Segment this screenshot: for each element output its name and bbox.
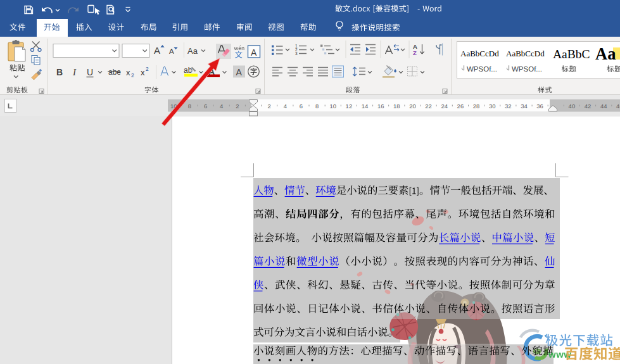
svg-text:30: 30 [489,103,496,110]
svg-text:A: A [154,45,160,56]
svg-text:2: 2 [267,103,270,110]
svg-text:2: 2 [131,72,134,78]
svg-text:46: 46 [616,103,620,110]
svg-text:WPSOf...: WPSOf... [467,65,497,73]
svg-text:28: 28 [473,103,480,110]
svg-text:A: A [169,47,174,55]
svg-text:WPSOf...: WPSOf... [512,65,542,73]
svg-text:2: 2 [236,103,239,110]
svg-text:4: 4 [220,103,223,110]
svg-text:20: 20 [409,103,416,110]
svg-text:22: 22 [425,103,432,110]
svg-text:4: 4 [284,103,287,110]
svg-text:26: 26 [457,103,464,110]
svg-text:12: 12 [346,103,353,110]
svg-text:36: 36 [536,103,543,110]
svg-text:6: 6 [204,103,207,110]
svg-text:24: 24 [441,103,448,110]
svg-text:I: I [72,67,77,77]
svg-text:34: 34 [521,103,528,110]
svg-text:44: 44 [600,103,607,110]
svg-text:abe: abe [108,68,121,77]
svg-text:x: x [141,68,145,77]
svg-text:2: 2 [146,66,149,72]
svg-text:x: x [126,68,130,77]
svg-text:Aa: Aa [187,46,198,56]
svg-text:14: 14 [362,103,369,110]
svg-text:U: U [87,67,93,77]
svg-text:A: A [236,67,243,77]
svg-text:32: 32 [505,103,512,110]
svg-text:18: 18 [393,103,400,110]
svg-text:3: 3 [295,51,298,56]
svg-text:8: 8 [315,103,319,110]
svg-text:42: 42 [585,103,592,110]
svg-text:AaBbCcDd: AaBbCcDd [460,49,499,58]
svg-text:Z: Z [413,49,417,56]
svg-text:B: B [56,67,63,77]
svg-text:AaBbCcDd: AaBbCcDd [506,49,545,58]
svg-text:40: 40 [569,103,576,110]
svg-text:6: 6 [300,103,303,110]
svg-text:16: 16 [377,103,384,110]
svg-text:A: A [251,47,257,58]
svg-text:10: 10 [329,103,336,110]
svg-text:Aa: Aa [595,44,616,63]
svg-text:AaBbC: AaBbC [553,47,590,61]
svg-text:8: 8 [188,103,191,110]
